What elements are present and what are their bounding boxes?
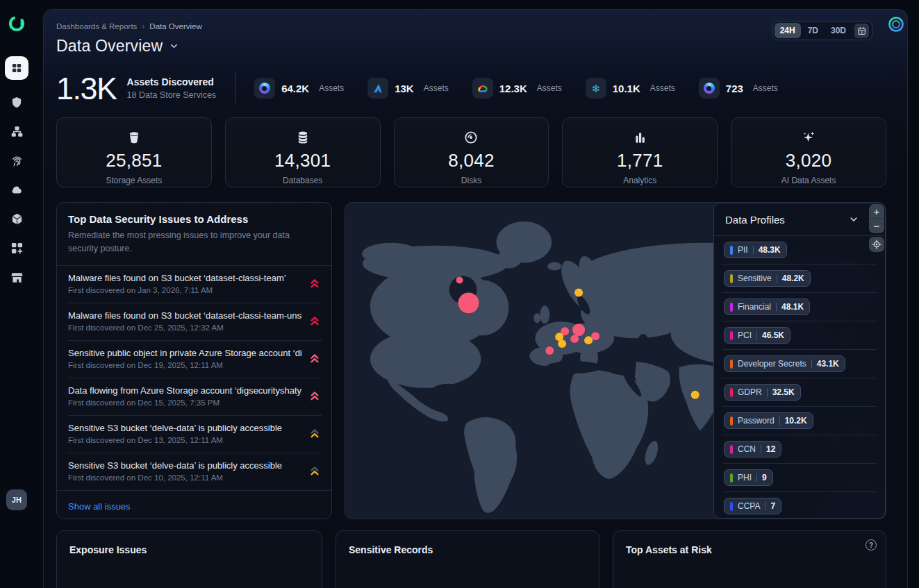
provider-chip[interactable]: ❄ 10.1K Assets (586, 78, 675, 99)
profile-tag[interactable]: Sensitive48.2K (724, 270, 811, 287)
user-avatar[interactable]: JH (6, 489, 27, 510)
card-title: Exposure Issues (57, 531, 322, 569)
stat-card-storage[interactable]: 25,851 Storage Assets (56, 117, 212, 187)
severity-icon (308, 314, 322, 328)
issue-row[interactable]: Sensitive S3 bucket ‘delve-data’ is publ… (57, 453, 331, 490)
breadcrumb-item-current: Data Overview (149, 22, 201, 31)
sidebar-item-security[interactable] (10, 95, 24, 109)
tag-label: PHI (738, 473, 752, 482)
map-location-dot[interactable] (591, 332, 599, 340)
profile-tag[interactable]: Password10.2K (724, 412, 813, 429)
google-cloud-icon (477, 83, 488, 94)
map-location-dot[interactable] (570, 335, 579, 343)
sidebar-item-marketplace[interactable] (10, 270, 24, 284)
show-all-issues-link[interactable]: Show all issues (68, 501, 131, 512)
stat-value: 8,042 (395, 150, 549, 171)
stat-card-ai-data[interactable]: 3,020 AI Data Assets (731, 117, 886, 187)
top-assets-at-risk-card[interactable]: Top Assets at Risk ? (613, 530, 886, 588)
issue-row[interactable]: Malware files found on S3 bucket ‘datase… (57, 303, 331, 341)
app-logo-icon[interactable] (8, 15, 26, 33)
map-location-dot[interactable] (574, 288, 583, 296)
data-profiles-header[interactable]: Data Profiles (714, 203, 885, 236)
stat-label: Databases (226, 176, 380, 185)
stat-card-databases[interactable]: 14,301 Databases (225, 117, 381, 187)
card-title: Top Assets at Risk (613, 531, 886, 569)
zoom-in-button[interactable]: + (869, 204, 884, 219)
issue-title: Sensitive S3 bucket ‘delve-data’ is publ… (68, 423, 302, 433)
profile-tag-row: PII48.3K (722, 236, 877, 264)
map-location-dot[interactable] (558, 339, 566, 348)
help-icon[interactable]: ? (866, 539, 877, 551)
zoom-out-button[interactable]: − (869, 219, 884, 233)
time-range-30d[interactable]: 30D (825, 23, 852, 38)
provider-chip[interactable]: 723 Assets (699, 78, 778, 99)
issue-discovered: First discovered on Dec 10, 2025, 12:11 … (68, 473, 302, 482)
assistant-ring-logo-icon[interactable] (886, 15, 906, 34)
sidebar-item-integrations[interactable] (10, 241, 24, 255)
profile-tag[interactable]: Developer Secrets43.1K (724, 355, 845, 372)
title-dropdown-chevron-icon[interactable] (169, 41, 179, 51)
issue-title: Sensitive S3 bucket ‘delve-data’ is publ… (68, 460, 302, 471)
time-range-selector: 24H 7D 30D (772, 21, 872, 40)
assets-summary-bar: 1.3K Assets Discovered 18 Data Store Ser… (56, 72, 886, 104)
breadcrumb-item[interactable]: Dashboards & Reports (56, 22, 137, 31)
tag-color-bar (730, 445, 733, 454)
provider-chip[interactable]: 13K Assets (367, 78, 449, 99)
top-issues-panel: Top Data Security Issues to Address Reme… (56, 202, 332, 519)
snowflake-icon: ❄ (591, 83, 600, 94)
issue-row[interactable]: Sensitive public object in private Azure… (57, 341, 331, 378)
map-location-dot[interactable] (458, 292, 479, 313)
map-locate-button[interactable] (869, 237, 884, 252)
profile-tag[interactable]: PII48.3K (724, 242, 787, 258)
page-title: Data Overview (56, 37, 163, 56)
profile-tag[interactable]: PCI46.5K (724, 327, 790, 344)
page-header: Dashboards & Reports › Data Overview Dat… (44, 10, 907, 56)
stat-card-disks[interactable]: 8,042 Disks (394, 117, 549, 187)
shield-icon (10, 96, 23, 109)
map-location-dot[interactable] (545, 346, 554, 355)
map-location-dot[interactable] (584, 336, 593, 344)
issue-row[interactable]: Data flowing from Azure Storage account … (57, 378, 331, 416)
chevron-down-icon[interactable] (849, 215, 859, 224)
map-location-dot[interactable] (572, 324, 585, 336)
calendar-button[interactable] (854, 24, 869, 38)
profile-tag[interactable]: CCN12 (724, 441, 781, 457)
tag-label: Password (738, 416, 775, 426)
sidebar-item-assets[interactable] (10, 212, 24, 226)
sidebar-item-data-flows[interactable] (10, 124, 24, 138)
profile-tag-row: Password10.2K (722, 407, 877, 435)
profile-tag[interactable]: PHI9 (724, 469, 773, 486)
issue-row[interactable]: Malware files found on S3 bucket ‘datase… (57, 266, 331, 303)
sidebar-item-cloud-accounts[interactable] (10, 183, 24, 196)
provider-chip[interactable]: 64.2K Assets (254, 78, 344, 99)
severity-icon (308, 351, 322, 365)
map-location-dot[interactable] (456, 277, 463, 284)
apps-plus-icon (10, 242, 24, 255)
profile-tag[interactable]: Financial48.1K (724, 299, 810, 315)
time-range-24h[interactable]: 24H (775, 23, 801, 38)
data-profiles-title: Data Profiles (725, 214, 785, 226)
provider-unit: Assets (753, 83, 778, 93)
profile-tag[interactable]: GDPR32.5K (724, 384, 801, 401)
stat-label: Storage Assets (57, 176, 211, 185)
issue-row[interactable]: Sensitive S3 bucket ‘delve-data’ is publ… (57, 416, 331, 453)
profile-tag-row: CCPA7 (722, 492, 877, 518)
map-location-dot[interactable] (691, 391, 699, 399)
provider-count: 64.2K (281, 83, 309, 94)
sidebar-item-classification[interactable] (10, 153, 24, 167)
tag-label: Financial (738, 302, 771, 312)
profile-tag-row: Sensitive48.2K (722, 264, 877, 293)
exposure-issues-card[interactable]: Exposure Issues (56, 530, 322, 588)
tag-label: Developer Secrets (738, 359, 806, 369)
sidebar-item-dashboards[interactable] (5, 56, 28, 80)
sensitive-records-card[interactable]: Sensitive Records (336, 530, 599, 588)
profile-tag-row: PCI46.5K (722, 321, 877, 350)
issue-title: Malware files found on S3 bucket ‘datase… (68, 310, 302, 321)
profile-tag[interactable]: CCPA7 (724, 498, 781, 514)
provider-chip[interactable]: 12.3K Assets (472, 78, 562, 99)
stat-card-analytics[interactable]: 1,771 Analytics (562, 117, 718, 187)
issue-title: Sensitive public object in private Azure… (68, 348, 302, 358)
time-range-7d[interactable]: 7D (802, 23, 824, 38)
world-map-panel[interactable]: Data Profiles PII48.3K Sensitive48.2K Fi… (345, 202, 886, 519)
tag-color-bar (730, 246, 733, 255)
